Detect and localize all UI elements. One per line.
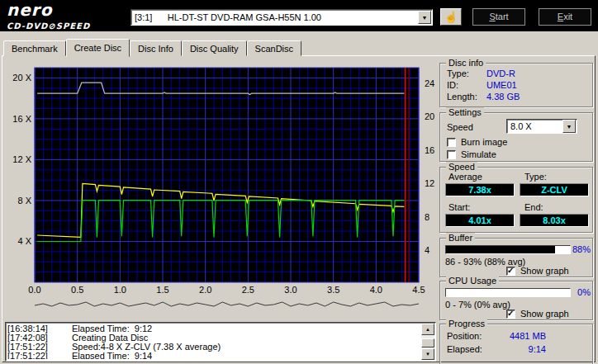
hand-icon [444, 11, 458, 23]
eject-hand-button[interactable] [440, 8, 462, 26]
disc-id-value: UME01 [486, 80, 517, 90]
disc-type-value: DVD-R [486, 69, 515, 78]
x-axis-tick: 4.0 [370, 285, 382, 295]
disc-info-group: Disc info Type: DVD-R ID: UME01 Length: … [439, 63, 593, 107]
nero-logo-text: nero [7, 0, 52, 20]
burn-image-label: Burn image [461, 137, 507, 147]
cpu-show-graph-label: Show graph [520, 309, 569, 319]
drive-select-value: [3:1] HL-DT-ST DVD-RAM GSA-H55N 1.00 [131, 12, 418, 22]
buffer-meter [445, 245, 571, 254]
buffer-legend: Buffer [446, 233, 475, 243]
tab-create-disc[interactable]: Create Disc [66, 39, 130, 57]
write-speed-chart: 20 X16 X12 X8 X4 X24201612840.00.51.01.5… [2, 59, 439, 315]
left-axis-tick: 12 X [12, 154, 31, 164]
x-axis-tick: 4.5 [412, 285, 425, 295]
exit-button[interactable]: Exit [539, 8, 591, 26]
right-axis-tick: 20 [425, 111, 434, 121]
buffer-percent: 88% [571, 244, 591, 254]
plot-area [35, 68, 419, 282]
x-axis-tick: 0.5 [71, 285, 83, 295]
average-label: Average [448, 172, 482, 182]
chevron-down-icon[interactable] [418, 11, 431, 24]
speed-select-value: 8.0 X [507, 121, 562, 131]
right-axis-tick: 16 [425, 145, 434, 155]
scroll-down-icon[interactable] [421, 348, 434, 360]
progress-group: Progress Position: 4481 MB Elapsed: 9:14 [439, 324, 593, 364]
log-scrollbar[interactable] [421, 324, 434, 360]
left-axis-tick: 4 X [17, 236, 31, 246]
x-axis-tick: 1.0 [114, 285, 126, 295]
log-line: [16:38:14]Elapsed Time: 9:12 [7, 324, 420, 333]
disc-length-value: 4.38 GB [486, 92, 520, 102]
position-value: 4481 MB [486, 331, 546, 341]
disc-length-label: Length: [447, 92, 477, 102]
cpu-usage-graph-line [35, 302, 419, 306]
start-speed-label: Start: [448, 202, 470, 212]
buffer-show-graph-label: Show graph [520, 266, 569, 276]
cpu-usage-legend: CPU Usage [446, 276, 499, 286]
disc-info-legend: Disc info [446, 58, 486, 68]
tab-disc-info[interactable]: Disc Info [130, 40, 182, 56]
left-axis-tick: 16 X [12, 114, 31, 124]
progress-legend: Progress [446, 319, 487, 329]
drive-select-combo[interactable]: [3:1] HL-DT-ST DVD-RAM GSA-H55N 1.00 [131, 9, 433, 26]
left-axis-tick: 8 X [17, 196, 31, 206]
start-button[interactable]: Start [472, 8, 525, 26]
scroll-up-icon[interactable] [421, 324, 434, 335]
x-axis-tick: 0.0 [28, 285, 40, 295]
x-axis-tick: 3.0 [284, 285, 297, 295]
tab-disc-quality[interactable]: Disc Quality [182, 40, 247, 56]
burn-image-checkbox[interactable] [447, 138, 456, 147]
scrollbar-thumb[interactable] [421, 338, 434, 347]
speed-legend: Speed [446, 162, 477, 172]
disc-id-label: ID: [447, 80, 458, 90]
header-bar: nero CD-DVD⊘SPEED [3:1] HL-DT-ST DVD-RAM… [0, 0, 598, 31]
chevron-down-icon[interactable] [562, 120, 576, 133]
end-speed-label: End: [524, 202, 543, 212]
elapsed-label: Elapsed: [447, 344, 482, 354]
cpu-percent: 0% [571, 287, 591, 297]
type-label: Type: [524, 172, 547, 182]
speed-logo-icon: ⊘SPEED [48, 21, 90, 31]
right-axis-tick: 4 [425, 245, 430, 255]
x-axis-tick: 2.0 [199, 285, 211, 295]
settings-group: Settings Speed 8.0 X Burn image Simulate [439, 112, 593, 162]
position-label: Position: [447, 331, 482, 341]
status-log: [16:38:14]Elapsed Time: 9:12 [17:42:08]C… [5, 322, 436, 362]
cddvd-speed-logo-text: CD-DVD⊘SPEED [7, 21, 90, 31]
start-speed-display: 4.01x [445, 214, 515, 227]
log-line: [17:51:22]Speed:4-8 X Z-CLV (7.38 X aver… [7, 343, 420, 352]
settings-legend: Settings [446, 107, 484, 117]
buffer-show-graph-checkbox[interactable] [506, 267, 515, 276]
end-speed-display: 8.03x [520, 214, 589, 227]
x-axis-tick: 3.5 [327, 285, 339, 295]
simulate-label: Simulate [461, 149, 496, 159]
status-log-lines: [16:38:14]Elapsed Time: 9:12 [17:42:08]C… [7, 324, 420, 359]
buffer-meter-fill [446, 246, 555, 253]
simulate-checkbox[interactable] [447, 150, 456, 159]
elapsed-value: 9:14 [486, 344, 546, 354]
speed-select-combo[interactable]: 8.0 X [506, 119, 577, 134]
cpu-range: 0 - 7% (0% avg) [445, 300, 510, 310]
cpu-usage-group: CPU Usage 0% 0 - 7% (0% avg) Show graph [439, 281, 593, 320]
x-axis-tick: 1.5 [156, 285, 168, 295]
tab-scandisc[interactable]: ScanDisc [247, 40, 301, 56]
speed-group: Speed Average Type: 7.38x Z-CLV Start: E… [439, 167, 593, 233]
speed-setting-label: Speed [447, 122, 473, 132]
average-speed-display: 7.38x [445, 183, 515, 196]
right-axis-tick: 12 [425, 178, 434, 188]
tab-benchmark[interactable]: Benchmark [3, 40, 66, 56]
x-axis-tick: 2.5 [242, 285, 254, 295]
log-line: [17:51:22]Elapsed Time: 9:14 [7, 352, 420, 359]
buffer-group: Buffer 88% 86 - 93% (88% avg) Show graph [439, 238, 593, 277]
cpu-meter [445, 288, 571, 297]
cpu-show-graph-checkbox[interactable] [506, 310, 515, 319]
right-axis-tick: 8 [425, 212, 430, 222]
right-axis-tick: 24 [425, 78, 434, 88]
tab-bar: Benchmark Create Disc Disc Info Disc Qua… [3, 39, 301, 56]
disc-type-label: Type: [447, 69, 469, 78]
nero-logo: nero CD-DVD⊘SPEED [7, 0, 90, 31]
left-axis-tick: 20 X [12, 73, 31, 83]
speed-type-display: Z-CLV [520, 183, 589, 196]
